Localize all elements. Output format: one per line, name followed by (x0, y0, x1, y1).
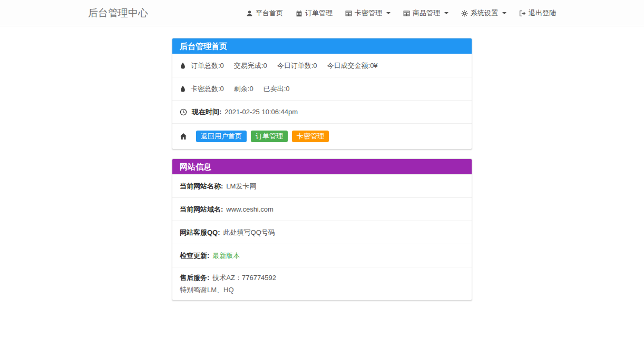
calendar-icon (296, 10, 303, 17)
stat-card-sold: 已卖出:0 (264, 84, 290, 93)
table-icon (345, 10, 352, 17)
nav-item-label: 订单管理 (305, 8, 333, 18)
home-icon (180, 133, 187, 140)
navbar-container: 后台管理中心 平台首页 订单管理 卡密管理 (88, 0, 556, 26)
chevron-down-icon (444, 12, 448, 14)
admin-home-panel: 后台管理首页 订单总数:0 交易完成:0 今日订单数:0 今日成交金额:0¥ 卡… (172, 38, 472, 149)
site-name-row: 当前网站名称: LM发卡网 (172, 174, 472, 197)
nav-item-label: 商品管理 (413, 8, 440, 18)
drop-icon (180, 62, 186, 69)
nav-item-label: 系统设置 (471, 8, 498, 18)
nav-item-product-management[interactable]: 商品管理 (403, 8, 448, 18)
current-time-label: 现在时间: (192, 107, 221, 116)
stat-card-total: 卡密总数:0 (191, 84, 224, 93)
stat-card-remaining: 剩余:0 (234, 84, 253, 93)
check-update-label: 检查更新: (180, 251, 209, 260)
back-to-user-home-button[interactable]: 返回用户首页 (196, 131, 247, 142)
chevron-down-icon (502, 12, 506, 14)
shortcut-buttons-row: 返回用户首页 订单管理 卡密管理 (172, 123, 472, 149)
gear-icon (461, 10, 468, 17)
after-sales-row: 售后服务: 技术AZ：776774592 特别鸣谢LM、HQ (172, 267, 472, 300)
nav-item-order-management[interactable]: 订单管理 (296, 8, 333, 18)
order-stats-row: 订单总数:0 交易完成:0 今日订单数:0 今日成交金额:0¥ (172, 54, 472, 77)
main-content: 后台管理首页 订单总数:0 交易完成:0 今日订单数:0 今日成交金额:0¥ 卡… (172, 38, 472, 331)
admin-panel-heading: 后台管理首页 (172, 38, 472, 54)
site-name-value: LM发卡网 (226, 182, 256, 191)
order-management-button[interactable]: 订单管理 (251, 131, 288, 142)
stat-completed-trades: 交易完成:0 (234, 61, 267, 70)
nav-item-platform-home[interactable]: 平台首页 (246, 8, 283, 18)
user-icon (246, 10, 253, 17)
current-time-row: 现在时间: 2021-02-25 10:06:44pm (172, 100, 472, 123)
card-key-management-button[interactable]: 卡密管理 (292, 131, 329, 142)
service-qq-label: 网站客服QQ: (180, 228, 220, 237)
top-navbar: 后台管理中心 平台首页 订单管理 卡密管理 (0, 0, 644, 26)
chevron-down-icon (386, 12, 391, 14)
logout-icon (519, 10, 526, 17)
nav-item-system-settings[interactable]: 系统设置 (461, 8, 506, 18)
stat-today-amount: 今日成交金额:0¥ (327, 61, 378, 70)
nav-item-card-key-management[interactable]: 卡密管理 (345, 8, 391, 18)
site-domain-value: www.ceshi.com (226, 205, 274, 214)
stat-today-orders: 今日订单数:0 (277, 61, 317, 70)
after-sales-line2: 特别鸣谢LM、HQ (180, 285, 234, 294)
check-update-row: 检查更新: 最新版本 (172, 244, 472, 267)
site-info-panel: 网站信息 当前网站名称: LM发卡网 当前网站域名: www.ceshi.com… (172, 158, 472, 301)
after-sales-label: 售后服务: (180, 273, 209, 282)
drop-icon (180, 85, 186, 93)
nav-item-label: 平台首页 (256, 8, 283, 18)
nav-item-label: 卡密管理 (355, 8, 382, 18)
service-qq-row: 网站客服QQ: 此处填写QQ号码 (172, 221, 472, 244)
card-stats-row: 卡密总数:0 剩余:0 已卖出:0 (172, 77, 472, 100)
service-qq-value: 此处填写QQ号码 (223, 228, 275, 237)
site-name-label: 当前网站名称: (180, 182, 223, 191)
site-info-heading: 网站信息 (172, 159, 472, 174)
nav-item-logout[interactable]: 退出登陆 (519, 8, 556, 18)
latest-version-link[interactable]: 最新版本 (212, 251, 240, 260)
main-nav: 平台首页 订单管理 卡密管理 商品管理 (246, 8, 556, 18)
current-time-value: 2021-02-25 10:06:44pm (225, 107, 298, 116)
site-domain-row: 当前网站域名: www.ceshi.com (172, 197, 472, 221)
clock-icon (180, 108, 187, 116)
table-icon (403, 10, 410, 17)
after-sales-value: 技术AZ：776774592 (212, 273, 276, 282)
nav-item-label: 退出登陆 (529, 8, 556, 18)
after-sales-line1: 售后服务: 技术AZ：776774592 (180, 273, 276, 282)
site-domain-label: 当前网站域名: (180, 205, 223, 214)
stat-order-total: 订单总数:0 (191, 61, 224, 70)
brand-title[interactable]: 后台管理中心 (88, 6, 148, 20)
